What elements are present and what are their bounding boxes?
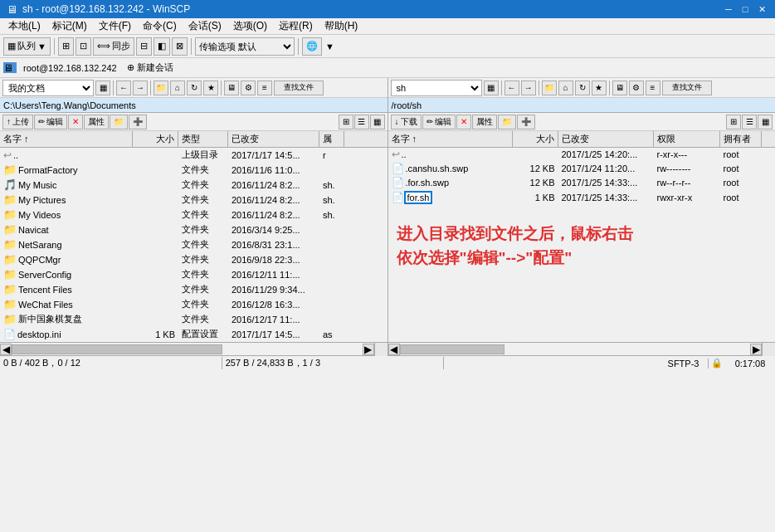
- left-forward-btn[interactable]: →: [133, 81, 148, 95]
- left-folder-btn[interactable]: 📁: [154, 81, 168, 95]
- left-file-list[interactable]: 名字 ↑ 大小 类型 已改变 属 ↩.. 上级目录 2017/1/17 14:5…: [0, 131, 388, 342]
- left-view-2[interactable]: ☰: [354, 115, 369, 129]
- left-scrollbar[interactable]: ◀ ▶: [0, 343, 388, 355]
- left-bookmark-btn[interactable]: ★: [203, 81, 218, 95]
- left-drive-btn[interactable]: 🖥: [224, 81, 239, 95]
- left-home-btn[interactable]: ⌂: [170, 81, 185, 95]
- right-bookmark-btn[interactable]: ★: [592, 81, 607, 95]
- left-file-row[interactable]: 📁新中国象棋复盘 文件夹 2016/12/17 11:...: [0, 312, 388, 327]
- left-file-row[interactable]: 🎵My Music 文件夹 2016/11/24 8:2... sh.: [0, 178, 388, 193]
- queue-button[interactable]: ▦ 队列 ▼: [3, 37, 51, 56]
- menu-file[interactable]: 文件(F): [94, 18, 136, 34]
- right-scroll-left[interactable]: ◀: [388, 344, 400, 355]
- menu-help[interactable]: 帮助(H): [319, 18, 363, 34]
- right-view-3[interactable]: ▦: [758, 115, 773, 129]
- right-file-row[interactable]: 📄for.sh 1 KB 2017/1/25 14:33:... rwxr-xr…: [388, 190, 776, 206]
- left-col-size[interactable]: 大小: [133, 131, 178, 147]
- menu-command[interactable]: 命令(C): [138, 18, 182, 34]
- right-folder-btn[interactable]: 📁: [542, 81, 557, 95]
- left-file-row[interactable]: 📁My Videos 文件夹 2016/11/24 8:2... sh.: [0, 207, 388, 222]
- right-file-list[interactable]: 名字 ↑ 大小 已改变 权限 拥有者 ↩.. 2017/1/25 14:20:.…: [388, 131, 776, 342]
- right-view-1[interactable]: ⊞: [726, 115, 741, 129]
- left-edit-button[interactable]: ✏ 编辑: [34, 115, 67, 129]
- left-sort-btn[interactable]: ≡: [257, 81, 272, 95]
- menu-mark[interactable]: 标记(M): [47, 18, 92, 34]
- session-server[interactable]: root@192.168.132.242: [20, 62, 120, 74]
- download-button[interactable]: ↓ 下载: [391, 115, 422, 129]
- right-home-btn[interactable]: ⌂: [558, 81, 573, 95]
- left-settings-btn[interactable]: ⚙: [241, 81, 256, 95]
- toolbar-icon-2[interactable]: ⊡: [76, 37, 91, 56]
- toolbar-globe[interactable]: 🌐: [302, 37, 322, 56]
- left-view-1[interactable]: ⊞: [339, 115, 353, 129]
- right-plus[interactable]: ➕: [517, 115, 535, 129]
- left-file-row[interactable]: 📁WeChat Files 文件夹 2016/12/8 16:3...: [0, 297, 388, 312]
- left-file-row[interactable]: 📄desktop.ini 1 KB 配置设置 2017/1/17 14:5...…: [0, 327, 388, 342]
- right-filter-btn[interactable]: ▦: [484, 81, 499, 95]
- right-edit-button[interactable]: ✏ 编辑: [422, 115, 456, 129]
- left-file-row[interactable]: 📁Navicat 文件夹 2016/3/14 9:25...: [0, 222, 388, 237]
- right-drive-btn[interactable]: 🖥: [612, 81, 627, 95]
- toolbar-icon-1[interactable]: ⊞: [58, 37, 74, 56]
- right-file-row[interactable]: ↩.. 2017/1/25 14:20:... r-xr-x--- root: [388, 148, 776, 162]
- right-file-row[interactable]: 📄.for.sh.swp 12 KB 2017/1/25 14:33:... r…: [388, 176, 776, 190]
- right-scrollbar[interactable]: ◀ ▶: [388, 343, 776, 355]
- right-col-owner[interactable]: 拥有者: [720, 131, 762, 147]
- toolbar-icon-5[interactable]: ⊠: [172, 37, 188, 56]
- right-view-2[interactable]: ☰: [742, 115, 757, 129]
- left-scroll-left[interactable]: ◀: [0, 344, 12, 355]
- right-sort-btn[interactable]: ≡: [646, 81, 660, 95]
- left-folder-new[interactable]: 📁: [110, 115, 128, 129]
- right-delete-button[interactable]: ✕: [456, 115, 471, 129]
- left-filter-btn[interactable]: ▦: [95, 81, 110, 95]
- menu-local[interactable]: 本地(L): [3, 18, 46, 34]
- left-file-row[interactable]: 📁Tencent Files 文件夹 2016/11/29 9:34...: [0, 282, 388, 297]
- right-col-size[interactable]: 大小: [513, 131, 558, 147]
- right-scroll-right[interactable]: ▶: [750, 344, 762, 355]
- left-col-type[interactable]: 类型: [178, 131, 228, 147]
- right-path-combo[interactable]: sh: [391, 80, 482, 96]
- maximize-button[interactable]: □: [738, 2, 752, 16]
- new-session-button[interactable]: ⊕ 新建会话: [124, 61, 177, 75]
- right-col-perm[interactable]: 权限: [654, 131, 720, 147]
- left-back-btn[interactable]: ←: [116, 81, 131, 95]
- right-refresh-btn[interactable]: ↻: [575, 81, 590, 95]
- sync-button[interactable]: ⟺ 同步: [93, 37, 134, 56]
- left-file-row[interactable]: 📁QQPCMgr 文件夹 2016/9/18 22:3...: [0, 252, 388, 267]
- right-folder-new[interactable]: 📁: [498, 115, 516, 129]
- left-properties-button[interactable]: 属性: [84, 115, 109, 129]
- left-find-btn[interactable]: 查找文件: [274, 81, 324, 95]
- left-view-3[interactable]: ▦: [370, 115, 385, 129]
- right-settings-btn[interactable]: ⚙: [629, 81, 644, 95]
- upload-button[interactable]: ↑ 上传: [2, 115, 33, 129]
- left-plus[interactable]: ➕: [129, 115, 147, 129]
- right-forward-btn[interactable]: →: [521, 81, 536, 95]
- left-refresh-btn[interactable]: ↻: [187, 81, 202, 95]
- left-delete-button[interactable]: ✕: [68, 115, 83, 129]
- left-file-row[interactable]: 📁FormatFactory 文件夹 2016/11/6 11:0...: [0, 163, 388, 178]
- transfer-options[interactable]: 传输选项 默认: [195, 37, 295, 56]
- right-col-date[interactable]: 已改变: [558, 131, 654, 147]
- left-file-row[interactable]: 📁My Pictures 文件夹 2016/11/24 8:2... sh.: [0, 193, 388, 207]
- left-col-date[interactable]: 已改变: [228, 131, 319, 147]
- left-scroll-right[interactable]: ▶: [363, 344, 374, 355]
- right-file-row[interactable]: 📄.canshu.sh.swp 12 KB 2017/1/24 11:20...…: [388, 162, 776, 176]
- left-col-name[interactable]: 名字 ↑: [0, 131, 133, 147]
- right-properties-button[interactable]: 属性: [472, 115, 497, 129]
- menu-session[interactable]: 会话(S): [183, 18, 227, 34]
- toolbar-icon-3[interactable]: ⊟: [136, 37, 152, 56]
- close-button[interactable]: ✕: [755, 2, 768, 16]
- right-find-btn[interactable]: 查找文件: [662, 81, 712, 95]
- left-file-row[interactable]: 📁NetSarang 文件夹 2016/8/31 23:1...: [0, 237, 388, 252]
- left-file-row[interactable]: 📁ServerConfig 文件夹 2016/12/11 11:...: [0, 267, 388, 282]
- transfer-select[interactable]: 传输选项 默认: [195, 37, 295, 56]
- toolbar-icon-4[interactable]: ◧: [154, 37, 170, 56]
- right-col-name[interactable]: 名字 ↑: [388, 131, 513, 147]
- minimize-button[interactable]: ─: [722, 2, 735, 16]
- left-col-attr[interactable]: 属: [319, 131, 344, 147]
- left-path-combo[interactable]: 我的文档: [2, 80, 94, 96]
- menu-remote[interactable]: 远程(R): [274, 18, 318, 34]
- left-scroll-track[interactable]: [12, 344, 363, 354]
- left-file-row[interactable]: ↩.. 上级目录 2017/1/17 14:5... r: [0, 148, 388, 163]
- right-back-btn[interactable]: ←: [504, 81, 519, 95]
